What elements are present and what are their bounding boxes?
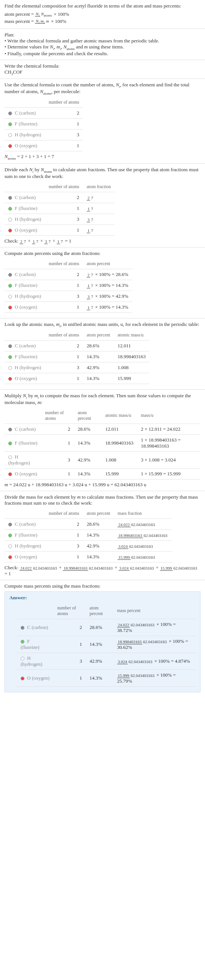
ap-table: number of atomsatom percent C (carbon)22… [5,259,132,313]
element-dot-icon [8,355,12,359]
element-cell: O (oxygen) [5,140,45,151]
atom-percent: 17 × 100% = 14.3% [83,302,132,312]
mass-fraction: 15.99962.043403163 [114,551,172,562]
mass-percent: 18.99840316362.043403163 × 100% = 30.62% [113,636,195,652]
plan-block: Plan: • Write the chemical formula and g… [0,29,205,60]
n-atoms: 2 [45,108,83,119]
table-row: F (fluorine)114.3%18.99840316362.0434031… [5,530,172,540]
element-dot-icon [8,218,12,221]
element-cell: F (fluorine) [17,636,53,652]
col-header: number of atoms [45,97,83,108]
table-row: F (fluorine)114.3%18.99840316362.0434031… [17,636,195,652]
mass-percent-formula: mass percent = Ni mim × 100% [5,18,200,25]
table-row: H (hydrogen)342.9%3.02462.043403163 [5,540,172,551]
mass-percent: 3.02462.043403163 × 100% = 4.874% [113,652,195,670]
answer-intro: Compute mass percents using the mass fra… [5,583,200,589]
table-row: H (hydrogen)342.9%1.0083 × 1.008 = 3.024 [5,451,200,468]
table-row: C (carbon)227 [5,192,114,203]
element-dot-icon [8,428,12,431]
atom-percent-block: Compute atom percents using the atom fra… [0,247,205,318]
mf-check: Check: 24.02262.043403163 + 18.998403163… [5,565,200,577]
element-cell: F (fluorine) [5,203,45,214]
element-dot-icon [8,305,12,309]
count-intro: Use the chemical formula to count the nu… [5,82,200,95]
element-cell: C (carbon) [5,192,45,203]
element-cell: O (oxygen) [5,224,45,235]
element-dot-icon [21,657,24,660]
atomic-mass: 12.011 [114,340,149,352]
table-row: H (hydrogen)342.9%3.02462.043403163 × 10… [17,652,195,670]
ap-intro: Compute atom percents using the atom fra… [5,250,200,256]
atom-percent: 27 × 100% = 28.6% [83,269,132,280]
mass-u: 2 × 12.011 = 24.022 [137,423,200,434]
element-dot-icon [8,295,12,299]
element-cell: C (carbon) [5,519,45,530]
element-cell: F (fluorine) [5,530,45,540]
table-row: H (hydrogen)337 [5,214,114,224]
element-dot-icon [8,442,12,445]
count-sum: Natoms = 2 + 1 + 3 + 1 = 7 [5,154,200,160]
element-dot-icon [21,640,24,644]
table-row: C (carbon)2 [5,108,83,119]
element-cell: O (oxygen) [5,551,45,562]
element-cell: F (fluorine) [5,352,45,362]
mass-block: Multiply Ni by mi to compute the mass fo… [0,390,205,491]
atomic-mass: 15.999 [114,373,149,384]
element-dot-icon [8,344,12,348]
table-row: F (fluorine)114.3%18.998403163 [5,352,149,362]
table-row: F (fluorine)117 [5,203,114,214]
table-row: O (oxygen)1 [5,140,83,151]
element-cell: H (hydrogen) [5,130,45,140]
af-check: Check: 27 + 17 + 37 + 17 = 1 [5,238,200,244]
mass-intro: Multiply Ni by mi to compute the mass fo… [5,393,200,406]
answer-box: Answer: number of atomsatom percentmass … [5,591,200,692]
element-cell: H (hydrogen) [5,362,45,373]
atom-fraction: 27 [83,192,114,203]
atom-percent: 37 × 100% = 42.9% [83,291,132,302]
mf-table: number of atomsatom percentmass fraction… [5,508,172,562]
table-row: C (carbon)228.6%12.011 [5,340,149,352]
element-cell: O (oxygen) [5,373,45,384]
element-dot-icon [8,377,12,381]
plan-b1: • Write the chemical formula and gather … [5,38,200,44]
table-row: C (carbon)228.6%24.02262.043403163 × 100… [17,619,195,636]
af-intro: Divide each Ni by Natoms to calculate at… [5,167,200,180]
mass-u: 1 × 18.998403163 = 18.998403163 [137,434,200,451]
element-cell: C (carbon) [5,340,45,352]
table-row: H (hydrogen)337 × 100% = 42.9% [5,291,132,302]
element-cell: F (fluorine) [5,280,45,291]
element-cell: C (carbon) [5,423,41,434]
element-cell: O (oxygen) [5,302,45,312]
element-dot-icon [8,555,12,559]
element-cell: C (carbon) [5,269,45,280]
element-cell: F (fluorine) [5,434,41,451]
element-cell: H (hydrogen) [17,652,53,670]
element-dot-icon [8,473,12,476]
element-dot-icon [8,544,12,548]
plan-b2: • Determine values for Ni, mi, Natoms an… [5,44,200,51]
chemical-formula: CH3COF [5,69,200,76]
element-cell: C (carbon) [17,619,53,636]
atomic-mass: 18.998403163 [114,352,149,362]
element-dot-icon [21,677,24,680]
af-table: number of atomsatom fraction C (carbon)2… [5,182,114,236]
table-row: H (hydrogen)3 [5,130,83,140]
atomic-mass: 1.008 [114,362,149,373]
n-atoms: 1 [45,140,83,151]
element-cell: C (carbon) [5,108,45,119]
answer-table: number of atomsatom percentmass percent … [17,603,195,687]
table-row: O (oxygen)114.3%15.99962.043403163 [5,551,172,562]
atom-fraction: 37 [83,214,114,224]
am-intro: Look up the atomic mass, mi, in unified … [5,321,200,328]
n-atoms: 1 [45,119,83,130]
table-row: C (carbon)227 × 100% = 28.6% [5,269,132,280]
mass-u: 1 × 15.999 = 15.999 [137,468,200,479]
mass-fraction: 24.02262.043403163 [114,519,172,530]
element-cell: O (oxygen) [17,670,53,686]
element-dot-icon [8,144,12,148]
element-dot-icon [8,196,12,200]
atom-fraction: 17 [83,203,114,214]
table-row: C (carbon)228.6%12.0112 × 12.011 = 24.02… [5,423,200,434]
plan-b3: • Finally, compute the percents and chec… [5,51,200,57]
plan-title: Plan: [5,32,200,38]
